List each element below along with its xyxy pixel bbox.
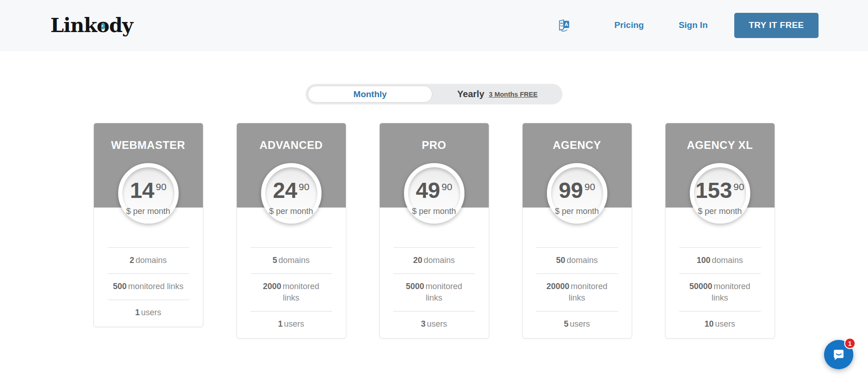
- plan-features: 20domains 5000monitored links 3users: [380, 247, 489, 338]
- feature-domains: 100domains: [679, 247, 761, 274]
- links-value: 5000: [406, 282, 424, 291]
- domains-value: 5: [273, 256, 277, 265]
- feature-users: 1users: [251, 311, 332, 337]
- users-label: users: [141, 308, 161, 317]
- feature-domains: 2domains: [108, 247, 189, 274]
- toggle-option-monthly[interactable]: Monthly: [308, 86, 432, 103]
- yearly-label: Yearly: [457, 89, 484, 99]
- feature-domains: 50domains: [536, 247, 618, 274]
- users-label: users: [570, 319, 590, 328]
- users-value: 5: [564, 319, 568, 328]
- price-circle: 2490 $ per month: [261, 163, 322, 224]
- pricing-card-agency-xl: AGENCY XL 15390 $ per month 100domains 5…: [665, 123, 775, 339]
- plan-name: PRO: [380, 123, 489, 152]
- price-circle: 4990 $ per month: [404, 163, 464, 224]
- price-circle: 15390 $ per month: [690, 163, 750, 224]
- feature-users: 1users: [108, 300, 189, 326]
- pricing-cards-row: WEBMASTER 1490 $ per month 2domains 500m…: [0, 123, 868, 339]
- users-value: 1: [278, 319, 283, 328]
- domains-value: 20: [413, 256, 422, 265]
- pricing-card-webmaster: WEBMASTER 1490 $ per month 2domains 500m…: [93, 123, 203, 327]
- price-minor: 90: [156, 181, 166, 192]
- links-label: monitored links: [711, 282, 750, 302]
- plan-name: AGENCY XL: [666, 123, 775, 152]
- plan-name: ADVANCED: [237, 123, 346, 152]
- feature-domains: 20domains: [393, 247, 475, 274]
- plan-features: 50domains 20000monitored links 5users: [523, 247, 632, 338]
- users-value: 1: [135, 308, 140, 317]
- links-value: 2000: [263, 282, 281, 291]
- billing-period-toggle: Monthly Yearly 3 Months FREE: [306, 84, 562, 104]
- translate-icon: A: [558, 18, 570, 32]
- plan-name: AGENCY: [523, 123, 632, 152]
- price-circle: 1490 $ per month: [118, 163, 179, 224]
- feature-users: 3users: [393, 311, 475, 337]
- monthly-label: Monthly: [354, 89, 387, 99]
- users-label: users: [284, 319, 304, 328]
- toggle-option-yearly[interactable]: Yearly 3 Months FREE: [432, 89, 562, 99]
- domains-value: 100: [697, 256, 710, 265]
- yearly-discount-badge[interactable]: 3 Months FREE: [489, 91, 537, 98]
- price-minor: 90: [733, 181, 744, 192]
- price-major: 24: [273, 178, 297, 202]
- nav-sign-in-link[interactable]: Sign In: [679, 20, 708, 30]
- pricing-card-agency: AGENCY 9990 $ per month 50domains 20000m…: [522, 123, 632, 339]
- users-value: 3: [421, 319, 426, 328]
- price-unit: $ per month: [698, 207, 742, 216]
- pricing-card-pro: PRO 4990 $ per month 20domains 5000monit…: [379, 123, 489, 339]
- domains-label: domains: [278, 256, 310, 265]
- price-unit: $ per month: [269, 207, 313, 216]
- feature-users: 10users: [679, 311, 761, 337]
- logo-text: Linkody: [50, 14, 133, 37]
- feature-monitored-links: 2000monitored links: [251, 274, 332, 311]
- domains-value: 50: [556, 256, 565, 265]
- links-label: monitored links: [426, 282, 462, 302]
- plan-name: WEBMASTER: [94, 123, 203, 152]
- chat-bubble-icon: [831, 347, 846, 362]
- plan-features: 2domains 500monitored links 1users: [94, 247, 203, 327]
- price-major: 14: [130, 178, 154, 202]
- price-minor: 90: [442, 181, 452, 192]
- domains-label: domains: [424, 256, 455, 265]
- price-minor: 90: [584, 181, 595, 192]
- links-label: monitored links: [568, 282, 607, 302]
- users-label: users: [427, 319, 447, 328]
- domains-label: domains: [136, 256, 167, 265]
- domains-value: 2: [130, 256, 134, 265]
- domains-label: domains: [712, 256, 743, 265]
- price: 15390: [695, 176, 744, 206]
- links-label: monitored links: [128, 282, 183, 291]
- unread-count-badge: 1: [844, 338, 856, 349]
- price-unit: $ per month: [555, 207, 599, 216]
- linkody-logo[interactable]: Linkody: [50, 14, 133, 37]
- domains-label: domains: [567, 256, 598, 265]
- plan-features: 100domains 50000monitored links 10users: [666, 247, 775, 338]
- price: 2490: [273, 176, 310, 206]
- price: 1490: [130, 176, 167, 206]
- links-value: 20000: [546, 282, 569, 291]
- plan-features: 5domains 2000monitored links 1users: [237, 247, 346, 338]
- nav-pricing-link[interactable]: Pricing: [614, 20, 644, 30]
- price-minor: 90: [299, 181, 309, 192]
- feature-users: 5users: [536, 311, 618, 337]
- price-major: 99: [559, 178, 583, 202]
- price-major: 153: [695, 178, 732, 202]
- users-value: 10: [704, 319, 714, 328]
- feature-monitored-links: 500monitored links: [108, 274, 189, 300]
- price-unit: $ per month: [126, 207, 170, 216]
- top-navigation-bar: Linkody A Pricing Sign In TRY IT FREE: [0, 0, 868, 51]
- pricing-card-advanced: ADVANCED 2490 $ per month 5domains 2000m…: [236, 123, 346, 339]
- price-circle: 9990 $ per month: [547, 163, 607, 224]
- users-label: users: [715, 319, 735, 328]
- links-label: monitored links: [283, 282, 319, 302]
- links-value: 500: [113, 282, 126, 291]
- feature-domains: 5domains: [251, 247, 332, 274]
- svg-text:A: A: [565, 22, 568, 27]
- price: 4990: [416, 176, 453, 206]
- language-selector[interactable]: A: [558, 18, 570, 32]
- feature-monitored-links: 5000monitored links: [393, 274, 475, 311]
- price-unit: $ per month: [412, 207, 456, 216]
- price-major: 49: [416, 178, 440, 202]
- chat-launcher-button[interactable]: 1: [824, 340, 853, 369]
- try-it-free-button[interactable]: TRY IT FREE: [734, 13, 819, 38]
